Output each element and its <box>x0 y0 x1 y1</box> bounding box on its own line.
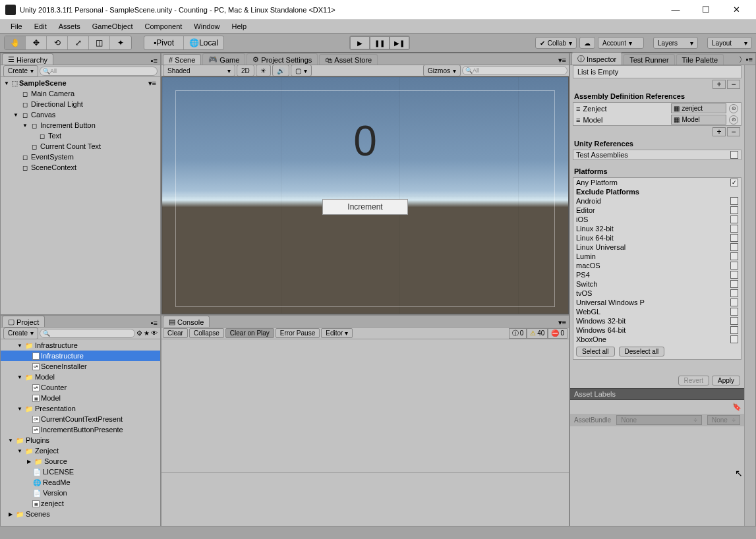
hierarchy-search[interactable]: 🔍All <box>40 67 158 76</box>
account-dropdown[interactable]: Account ▾ <box>598 37 644 49</box>
menu-window[interactable]: Window <box>189 21 225 32</box>
menu-component[interactable]: Component <box>139 21 187 32</box>
step-button[interactable]: ▶❚ <box>390 36 409 49</box>
revert-button[interactable]: Revert <box>678 376 709 385</box>
local-toggle[interactable]: 🌐 Local <box>184 36 223 49</box>
tab-project[interactable]: ▢ Project <box>2 316 45 327</box>
tab-inspector[interactable]: ⓘ Inspector <box>571 52 622 65</box>
tab-asset-store[interactable]: 🛍 Asset Store <box>319 54 378 65</box>
2d-toggle[interactable]: 2D <box>237 65 254 76</box>
rotate-tool[interactable]: ⟲ <box>47 36 68 49</box>
tab-game[interactable]: 🎮 Game <box>202 53 245 65</box>
hierarchy-item-increment[interactable]: ▼◻Increment Button <box>1 120 160 130</box>
asset-counter[interactable]: c#Counter <box>1 382 160 393</box>
info-count[interactable]: ⓘ0 <box>509 328 527 339</box>
asset-zenject[interactable]: ▦zenject <box>1 498 160 509</box>
apply-button[interactable]: Apply <box>712 376 740 385</box>
editor-dropdown[interactable]: Editor ▾ <box>321 328 353 338</box>
filter-icon[interactable]: ⚙ <box>136 329 142 337</box>
hierarchy-create-dropdown[interactable]: Create ▾ <box>3 65 38 77</box>
fx-toggle[interactable]: ▢▾ <box>291 65 312 76</box>
menu-help[interactable]: Help <box>226 21 252 32</box>
clear-button[interactable]: Clear <box>163 328 188 338</box>
project-create-dropdown[interactable]: Create ▾ <box>3 327 38 339</box>
platform-checkbox[interactable] <box>730 206 738 214</box>
hierarchy-item-eventsystem[interactable]: ◻EventSystem <box>1 152 160 162</box>
menu-file[interactable]: File <box>5 21 28 32</box>
platform-checkbox[interactable] <box>730 317 738 325</box>
folder-scenes[interactable]: ▶📁Scenes <box>1 509 160 519</box>
warn-count[interactable]: ⚠40 <box>527 328 548 339</box>
hierarchy-item-scenecontext[interactable]: ◻SceneContext <box>1 162 160 173</box>
project-search[interactable]: 🔍 <box>40 329 135 338</box>
menu-edit[interactable]: Edit <box>29 21 52 32</box>
deselect-all-button[interactable]: Deselect all <box>619 347 665 356</box>
ref-target-field[interactable]: ▦zenject <box>671 103 726 113</box>
close-button[interactable]: ✕ <box>722 1 751 19</box>
ref-target-field[interactable]: ▦Model <box>671 115 726 125</box>
platform-checkbox[interactable] <box>730 326 738 334</box>
asset-version[interactable]: 📄Version <box>1 488 160 498</box>
add-button[interactable]: + <box>712 80 726 89</box>
gizmos-dropdown[interactable]: Gizmos ▾ <box>423 65 461 76</box>
folder-model[interactable]: ▼📁Model <box>1 372 160 382</box>
scene-row[interactable]: ▼⬚SampleScene▾≡ <box>1 78 160 88</box>
tab-project-settings[interactable]: ⚙ Project Settings <box>247 53 318 65</box>
tab-tile-palette[interactable]: Tile Palette <box>676 54 724 65</box>
tab-console[interactable]: ▤ Console <box>163 316 210 327</box>
console-log-area[interactable] <box>161 339 569 472</box>
audio-toggle[interactable]: 🔊 <box>272 65 289 76</box>
platform-checkbox[interactable] <box>730 335 738 343</box>
rect-tool[interactable]: ◫ <box>89 36 110 49</box>
hierarchy-item-canvas[interactable]: ▼◻Canvas <box>1 109 160 120</box>
object-picker-icon[interactable]: ⊙ <box>729 104 738 113</box>
folder-presentation[interactable]: ▼📁Presentation <box>1 403 160 414</box>
folder-source[interactable]: ▶📁Source <box>1 456 160 467</box>
platform-checkbox[interactable] <box>730 234 738 242</box>
play-button[interactable]: ▶ <box>350 36 370 49</box>
menu-assets[interactable]: Assets <box>53 21 86 32</box>
shading-dropdown[interactable]: Shaded▾ <box>163 65 235 76</box>
test-assemblies-checkbox[interactable] <box>730 151 738 159</box>
panel-menu-icon[interactable]: ▪≡ <box>148 57 160 65</box>
light-toggle[interactable]: ☀ <box>256 65 271 76</box>
hierarchy-item-camera[interactable]: ◻Main Camera <box>1 88 160 99</box>
select-all-button[interactable]: Select all <box>576 347 615 356</box>
folder-zenject[interactable]: ▼📁Zenject <box>1 445 160 456</box>
drag-handle-icon[interactable]: ≡ <box>576 105 580 113</box>
asset-sceneinstaller[interactable]: c#SceneInstaller <box>1 361 160 372</box>
platform-checkbox[interactable] <box>730 252 738 260</box>
hand-tool[interactable]: ✋ <box>5 36 26 49</box>
platform-checkbox[interactable] <box>730 197 738 205</box>
hierarchy-item-light[interactable]: ◻Directional Light <box>1 99 160 109</box>
platform-checkbox[interactable] <box>730 289 738 297</box>
asset-readme[interactable]: 🌐ReadMe <box>1 477 160 488</box>
error-pause-button[interactable]: Error Pause <box>276 328 320 338</box>
bundle-variant-dropdown[interactable]: None÷ <box>707 415 740 425</box>
scene-search[interactable]: 🔍All <box>462 66 567 75</box>
panel-menu-icon[interactable]: 〉▪≡ <box>736 55 755 65</box>
tab-test-runner[interactable]: Test Runner <box>624 54 674 65</box>
folder-plugins[interactable]: ▼📁Plugins <box>1 435 160 445</box>
scale-tool[interactable]: ⤢ <box>68 36 89 49</box>
folder-infrastructure[interactable]: ▼📁Infrastructure <box>1 340 160 351</box>
remove-button[interactable]: − <box>727 127 740 136</box>
platform-checkbox[interactable] <box>730 280 738 288</box>
inspector-scrollbar[interactable] <box>744 65 755 538</box>
tab-hierarchy[interactable]: ☰ Hierarchy <box>2 53 53 65</box>
tab-scene[interactable]: # Scene <box>163 54 201 65</box>
collapse-button[interactable]: Collapse <box>189 328 224 338</box>
tag-icon[interactable]: 🔖 <box>732 403 741 411</box>
move-tool[interactable]: ✥ <box>26 36 47 49</box>
drag-handle-icon[interactable]: ≡ <box>576 116 580 124</box>
cloud-button[interactable]: ☁ <box>579 37 595 49</box>
asset-currentcount[interactable]: c#CurrentCountTextPresent <box>1 414 160 424</box>
maximize-button[interactable]: ☐ <box>691 1 720 19</box>
hidden-icon[interactable]: 👁 <box>151 329 158 337</box>
pause-button[interactable]: ❚❚ <box>370 36 390 49</box>
transform-tool[interactable]: ✦ <box>110 36 131 49</box>
pivot-toggle[interactable]: ▪ Pivot <box>144 36 184 49</box>
panel-menu-icon[interactable]: ▪≡ <box>148 319 160 327</box>
error-count[interactable]: ⛔0 <box>548 328 567 339</box>
remove-button[interactable]: − <box>727 80 740 89</box>
